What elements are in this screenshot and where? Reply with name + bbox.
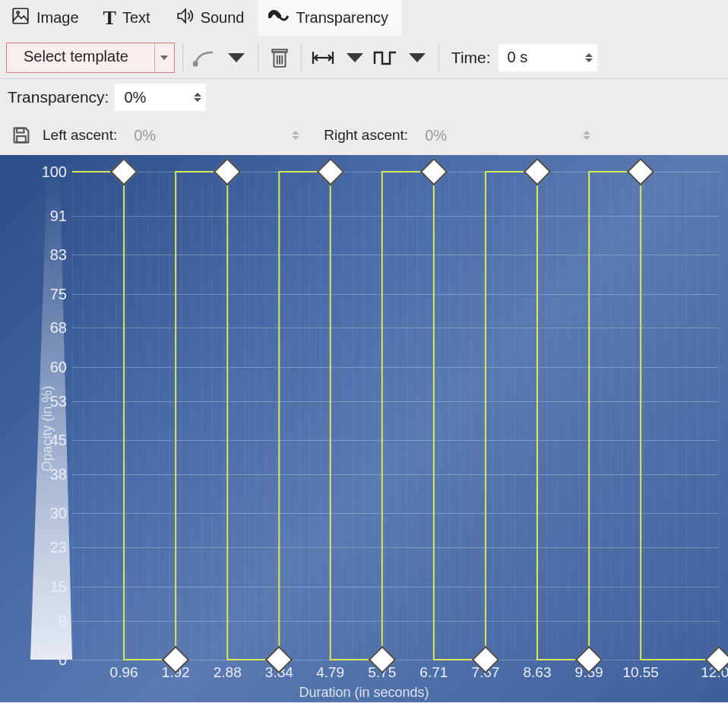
gridline-v [438, 170, 439, 664]
time-spinners[interactable] [585, 53, 593, 62]
gridline-v [600, 170, 601, 664]
gridline-v [665, 170, 666, 664]
time-field[interactable] [499, 44, 597, 71]
gridline-v [492, 170, 493, 664]
gridline-v [557, 170, 558, 664]
gridline-v [180, 170, 181, 664]
ascent-row: Left ascent: Right ascent: [0, 116, 728, 155]
x-tick: 0.96 [110, 664, 138, 681]
gridline-v [288, 170, 289, 664]
gridline-v [191, 170, 191, 664]
svg-point-1 [17, 11, 19, 14]
tab-transparency-label: Transparency [296, 9, 388, 27]
gridline-v [407, 170, 407, 664]
stretch-width-button[interactable] [309, 44, 337, 71]
save-icon[interactable] [8, 122, 35, 149]
svg-marker-2 [178, 9, 185, 22]
y-tick: 68 [29, 319, 67, 337]
gridline-v [137, 170, 138, 664]
gridline-v [374, 170, 375, 664]
gridline-v [93, 170, 94, 664]
x-axis-label: Duration (in seconds) [0, 685, 728, 701]
tab-image-label: Image [36, 9, 79, 27]
transparency-row: Transparency: [0, 79, 728, 116]
chart-point[interactable] [214, 158, 242, 186]
left-ascent-label: Left ascent: [43, 127, 117, 144]
delete-button[interactable] [266, 44, 293, 71]
gridline-v [428, 170, 429, 664]
gridline-v [277, 170, 277, 664]
gridline-v [147, 170, 148, 664]
gridline-v [611, 170, 612, 664]
gridline-v [116, 170, 116, 664]
separator [182, 44, 183, 71]
y-tick: 75 [29, 285, 67, 302]
separator [258, 44, 258, 71]
tab-transparency[interactable]: Transparency [258, 0, 402, 36]
tab-text-label: Text [122, 9, 150, 27]
chart-point[interactable] [110, 158, 138, 186]
svg-rect-13 [17, 136, 26, 142]
y-tick: 30 [29, 505, 67, 522]
template-select-dropdown[interactable] [154, 43, 174, 72]
gridline-v [676, 170, 676, 664]
transparency-input[interactable] [122, 88, 189, 107]
square-wave-dropdown[interactable] [404, 44, 431, 71]
svg-rect-8 [272, 49, 286, 52]
template-select-label: Select template [7, 43, 154, 72]
left-ascent-input [132, 126, 287, 145]
transparency-spinners[interactable] [194, 93, 201, 102]
gridline-v [342, 170, 343, 664]
right-ascent-input [423, 126, 578, 145]
gridline-v [320, 170, 321, 664]
gridline-v [719, 170, 720, 664]
gridline-v [201, 170, 202, 664]
tab-text[interactable]: T Text [93, 0, 164, 36]
svg-point-3 [193, 62, 197, 65]
gridline-v [353, 170, 353, 664]
chart-point[interactable] [419, 158, 448, 186]
tab-sound-label: Sound [201, 9, 245, 27]
tab-row: Image T Text Sound Transparency [0, 0, 728, 36]
curve-tool-dropdown[interactable] [223, 44, 250, 71]
y-tick: 60 [29, 358, 67, 375]
square-wave-button[interactable] [372, 44, 399, 71]
gridline-v [525, 170, 526, 664]
right-ascent-label: Right ascent: [324, 127, 408, 144]
opacity-chart[interactable]: Opacity (in %) Duration (in seconds) 081… [0, 155, 728, 702]
tab-image[interactable]: Image [0, 0, 93, 36]
gridline-v [385, 170, 385, 664]
transparency-field[interactable] [115, 84, 206, 111]
gridline-v [266, 170, 267, 664]
image-icon [11, 6, 30, 30]
gridline-v [622, 170, 622, 664]
tab-sound[interactable]: Sound [164, 0, 258, 36]
gridline-v [686, 170, 687, 664]
gridline-v [234, 170, 235, 664]
separator [301, 44, 302, 71]
right-ascent-spinners [583, 131, 590, 140]
y-tick: 53 [29, 392, 67, 410]
y-tick: 23 [29, 539, 67, 556]
text-icon: T [103, 7, 116, 30]
left-ascent-field [125, 122, 304, 149]
gridline-v [72, 170, 73, 664]
y-tick: 100 [29, 163, 67, 181]
separator [438, 44, 439, 71]
x-tick: 6.71 [419, 664, 448, 681]
gridline-v [396, 170, 397, 664]
curve-tool-button[interactable] [191, 44, 218, 71]
chart-point[interactable] [627, 158, 655, 186]
gridline-v [654, 170, 655, 664]
gridline-v [461, 170, 461, 664]
gridline-v [708, 170, 709, 664]
gridline-v [503, 170, 504, 664]
transparency-icon [268, 6, 290, 30]
template-select[interactable]: Select template [6, 43, 175, 73]
time-input[interactable] [506, 48, 581, 67]
transparency-label: Transparency: [8, 88, 109, 106]
gridline-v [482, 170, 483, 664]
x-tick: 4.79 [316, 664, 344, 681]
stretch-width-dropdown[interactable] [341, 44, 369, 71]
gridline-v [299, 170, 299, 664]
